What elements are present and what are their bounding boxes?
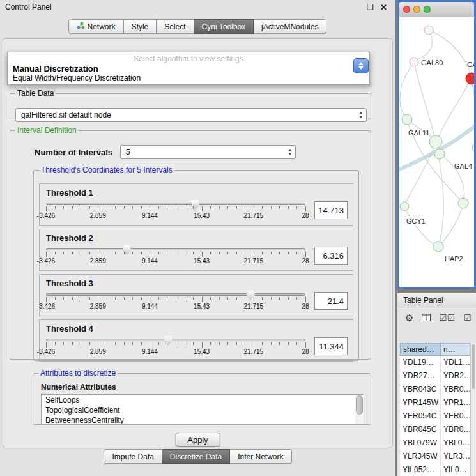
table-row[interactable]: YIL052…YIL0… [400,463,470,476]
tick-mark [254,342,254,348]
table-row[interactable]: YLR345WYLR3… [400,450,470,463]
network-node[interactable] [433,242,443,252]
tick-mark [158,297,159,300]
zoom-traffic-light-icon[interactable] [424,6,431,13]
threshold-value-field[interactable]: 14.713 [314,201,348,219]
table-panel-titlebar[interactable]: Table Panel [397,293,476,307]
tick-mark [89,342,90,345]
table-row[interactable]: YDR27…YDR2… [400,369,470,383]
threshold-slider[interactable]: -3.4262.8599.14415.4321.71528 [46,339,305,355]
close-icon[interactable]: ✕ [380,3,387,12]
table-cell-shared-name: YBR043C [400,383,441,396]
threshold-label: Threshold 2 [46,233,348,243]
tick-mark [167,342,167,345]
list-item-selfloops[interactable]: SelfLoops [42,395,364,405]
apply-button[interactable]: Apply [175,433,220,447]
threshold-value-field[interactable]: 21.4 [314,292,348,310]
table-cell-name: YBR0… [441,383,470,396]
tab-cyni-toolbox[interactable]: Cyni Toolbox [194,19,254,34]
table-data-combo[interactable]: galFiltered.sif default node [15,108,367,122]
list-item-topologicalcoefficient[interactable]: TopologicalCoefficient [42,405,364,415]
close-traffic-light-icon[interactable] [403,6,410,13]
tick-mark [81,206,81,209]
dropdown-option-equal-width-frequency-discretization[interactable]: Equal Width/Frequency Discretization [8,73,369,83]
tick-mark [227,297,228,300]
table-scrollbar-thumb[interactable] [472,344,475,389]
list-item-betweennesscentrality[interactable]: BetweennessCentrality [42,415,364,425]
dropdown-option-manual-discretization[interactable]: Manual Discretization [8,64,369,73]
numerical-attributes-list[interactable]: SelfLoopsTopologicalCoefficientBetweenne… [41,394,364,425]
scale-label: 28 [302,212,309,219]
table-row[interactable]: YER054CYER0… [400,410,470,423]
tick-mark [305,206,306,211]
table-cell-shared-name: YPR145W [400,396,441,410]
node-attribute-table[interactable]: shared…n… YDL19…YDL1…YDR27…YDR2…YBR043CY… [400,343,470,476]
tick-mark [89,206,90,209]
threshold-value-field[interactable]: 11.344 [314,337,348,355]
settings-gear-icon[interactable]: ⚙ [405,313,413,323]
table-row[interactable]: YBL079WYBL0… [400,436,470,450]
minimize-traffic-light-icon[interactable] [413,6,420,13]
table-row[interactable]: YDL19…YDL1… [400,356,470,369]
network-node[interactable] [402,114,412,125]
tick-mark [115,342,116,345]
network-node[interactable] [410,58,418,66]
network-node[interactable] [424,26,433,35]
select-columns-checkbox-icon[interactable]: ☑☑ [439,314,455,322]
slider-track[interactable] [46,248,305,250]
table-row[interactable]: YBR045CYBR0… [400,423,470,436]
table-column-header-2[interactable]: n… [441,343,470,356]
slider-track[interactable] [46,203,305,205]
network-window-titlebar[interactable] [399,2,474,17]
tick-mark [124,252,125,254]
scale-label: 2.859 [90,303,106,310]
table-row[interactable]: YBR043CYBR0… [400,383,470,396]
table-scrollbar[interactable] [470,343,476,476]
threshold-label: Threshold 3 [46,279,348,288]
tab-jactivemnodules[interactable]: jActiveMNodules [254,19,326,34]
attributes-group-label: Attributes to discretize [38,369,118,378]
tick-mark [296,342,297,345]
columns-icon[interactable] [422,313,431,323]
algorithm-combo-stepper[interactable] [353,58,369,73]
network-edge [404,208,437,246]
network-node[interactable] [458,198,468,208]
tick-mark [98,252,98,257]
bottom-tab-infer-network[interactable]: Infer Network [230,449,291,464]
select-rows-checkbox-icon[interactable]: ☑ [464,314,472,322]
tick-mark [245,252,245,254]
threshold-slider[interactable]: -3.4262.8599.14415.4321.71528 [46,203,305,219]
algorithm-dropdown-placeholder: Select algorithm to view settings [8,54,369,64]
network-node[interactable] [472,142,474,153]
threshold-slider[interactable]: -3.4262.8599.14415.4321.71528 [46,293,305,310]
tick-mark [124,297,125,300]
number-of-intervals-combo[interactable]: 5 [120,145,296,159]
float-window-icon[interactable]: ❑ [367,3,374,12]
table-cell-name: YLR3… [441,450,470,463]
table-column-header-1[interactable]: shared… [400,343,441,356]
threshold-value-field[interactable]: 6.316 [314,247,348,265]
network-canvas[interactable]: GAL80GALGAL11GAL4GCY1HAP2 [399,17,474,287]
tick-mark [72,206,73,209]
tick-mark [202,342,203,348]
list-scrollbar-thumb[interactable] [356,395,363,415]
threshold-slider[interactable]: -3.4262.8599.14415.4321.71528 [46,248,305,265]
threshold-body: -3.4262.8599.14415.4321.7152814.713 [45,201,348,219]
network-node[interactable] [466,73,474,84]
network-edge [472,80,474,145]
network-node[interactable] [434,149,445,159]
table-row[interactable]: YPR145WYPR1… [400,396,470,410]
list-scrollbar[interactable] [355,395,364,424]
network-node[interactable] [400,202,409,211]
tick-mark [254,297,254,302]
bottom-tab-discretize-data[interactable]: Discretize Data [162,449,230,464]
network-node[interactable] [429,135,442,148]
network-view-window[interactable]: GAL80GALGAL11GAL4GCY1HAP2 [397,0,476,289]
tab-network[interactable]: Network [68,19,124,34]
tab-style[interactable]: Style [124,19,157,34]
tick-mark [55,342,56,345]
slider-track[interactable] [46,339,305,341]
bottom-tab-impute-data[interactable]: Impute Data [104,449,162,464]
slider-track[interactable] [46,293,305,296]
tab-select[interactable]: Select [157,19,194,34]
